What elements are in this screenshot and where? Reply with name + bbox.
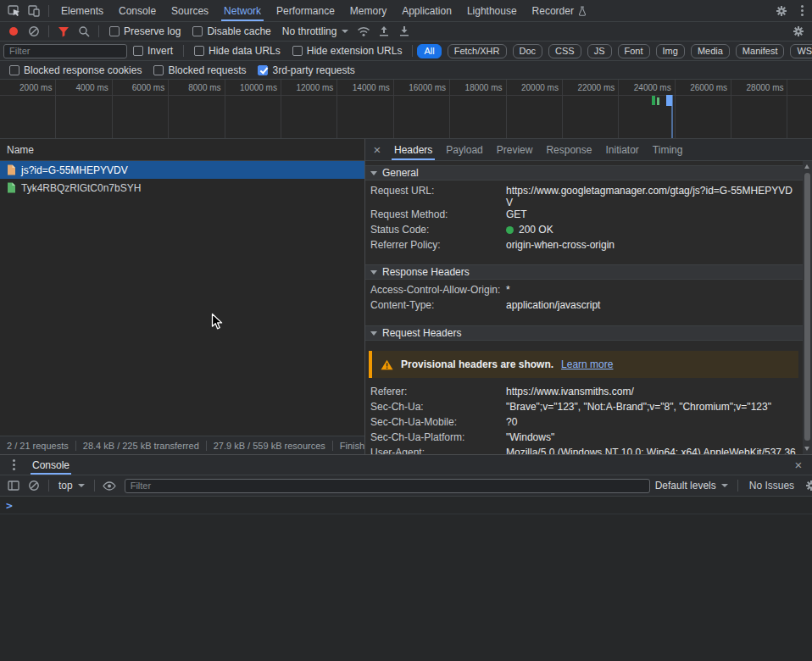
filter-chip-doc[interactable]: Doc [513,44,543,58]
more-options-icon[interactable] [792,2,812,20]
tab-preview[interactable]: Preview [490,139,540,160]
divider [48,5,49,17]
filter-chip-font[interactable]: Font [618,44,650,58]
console-sidebar-toggle[interactable] [3,476,24,495]
filter-toggle-button[interactable] [53,22,74,41]
disable-cache-checkbox[interactable]: Disable cache [192,25,270,37]
tab-initiator[interactable]: Initiator [598,139,645,160]
filter-chip-manifest[interactable]: Manifest [736,44,785,58]
blocked-requests-checkbox[interactable]: Blocked requests [153,64,246,76]
tab-application[interactable]: Application [394,0,459,21]
tab-timing[interactable]: Timing [646,139,690,160]
header-value: * [506,284,510,296]
mouse-cursor [211,313,223,330]
log-levels-select[interactable]: Default levels [650,480,733,492]
console-prompt[interactable]: > [0,497,812,514]
learn-more-link[interactable]: Learn more [561,358,613,370]
upload-icon [378,25,390,37]
filter-chip-fetch-xhr[interactable]: Fetch/XHR [448,44,507,58]
issues-counter[interactable]: No Issues [742,480,801,492]
tab-elements[interactable]: Elements [53,0,111,21]
invert-checkbox[interactable]: Invert [133,45,173,57]
filter-chip-ws[interactable]: WS [790,44,812,58]
drawer-menu-button[interactable] [3,456,24,475]
header-row: Request URL: https://www.googletagmanage… [365,185,812,208]
live-expression-button[interactable] [99,476,120,495]
import-har-button[interactable] [374,22,394,41]
tab-network[interactable]: Network [216,0,269,21]
filter-chip-js[interactable]: JS [587,44,612,58]
device-toolbar-icon[interactable] [24,2,44,20]
tab-performance[interactable]: Performance [269,0,342,21]
checkbox-icon [292,46,303,56]
clear-icon [28,25,40,37]
section-general[interactable]: General [365,165,812,181]
checkbox-icon [194,46,204,56]
request-details-panel: × Headers Payload Preview Response Initi… [364,139,812,454]
divider [737,480,738,492]
tab-console[interactable]: Console [111,0,164,21]
tab-recorder[interactable]: Recorder [525,0,594,21]
export-har-button[interactable] [394,22,414,41]
console-filter-input[interactable] [125,479,650,493]
tab-sources[interactable]: Sources [164,0,216,21]
tab-memory[interactable]: Memory [342,0,394,21]
network-toolbar: Preserve log Disable cache No throttling [0,22,812,42]
triangle-down-icon [370,270,377,275]
header-name: Sec-Ch-Ua-Platform: [370,431,506,443]
close-details-button[interactable]: × [367,142,387,157]
header-name: Referer: [370,386,506,397]
preserve-log-checkbox[interactable]: Preserve log [109,25,181,37]
throttling-select[interactable]: No throttling [277,25,354,37]
close-drawer-button[interactable]: × [788,458,809,472]
filter-chip-all[interactable]: All [417,44,441,58]
header-row: Sec-Ch-Ua: "Brave";v="123", "Not:A-Brand… [365,401,812,416]
header-value: "Windows" [506,431,554,443]
hide-data-urls-checkbox[interactable]: Hide data URLs [194,45,281,57]
console-settings-button[interactable] [801,476,812,495]
filter-chip-media[interactable]: Media [691,44,730,58]
scroll-down-arrow[interactable] [804,447,809,451]
drawer-tab-console[interactable]: Console [24,455,78,475]
header-name: Request URL: [370,185,506,197]
network-settings-button[interactable] [788,22,809,41]
general-rows: Request URL: https://www.googletagmanage… [365,181,812,258]
filter-chip-css[interactable]: CSS [548,44,581,58]
column-header-name[interactable]: Name [0,139,364,161]
tab-headers[interactable]: Headers [387,139,439,160]
divider [48,25,49,37]
tab-lighthouse[interactable]: Lighthouse [459,0,525,21]
details-scrollbar[interactable] [803,161,812,454]
search-button[interactable] [74,22,94,41]
warning-text: Provisional headers are shown. [401,358,553,370]
request-row[interactable]: Tyk4RBQzRlGtC0n7bSYH [0,179,364,197]
scroll-up-arrow[interactable] [804,164,809,169]
triangle-down-icon [370,331,377,336]
tab-response[interactable]: Response [539,139,598,160]
hide-extension-urls-checkbox[interactable]: Hide extension URLs [292,45,403,57]
blocked-response-cookies-checkbox[interactable]: Blocked response cookies [9,64,142,76]
search-icon [78,25,90,37]
scrollbar-thumb[interactable] [804,173,810,441]
settings-gear-icon[interactable] [771,2,792,20]
request-row[interactable]: js?id=G-55MHEPYVDV [0,161,364,179]
clear-console-button[interactable] [24,476,44,495]
triangle-down-icon [370,171,377,175]
third-party-requests-checkbox[interactable]: 3rd-party requests [258,64,354,76]
clear-network-log-button[interactable] [24,22,44,41]
requests-count: 2 / 21 requests [7,441,75,451]
header-name: Status Code: [370,224,506,236]
tab-payload[interactable]: Payload [439,139,489,160]
section-response-headers[interactable]: Response Headers [365,264,812,280]
network-filter-input[interactable] [3,44,127,58]
execution-context-select[interactable]: top [53,480,90,492]
network-overview-timeline[interactable]: 2000 ms 4000 ms 6000 ms 8000 ms 10000 ms… [0,80,812,139]
checkbox-icon [192,26,203,36]
filter-chip-img[interactable]: Img [656,44,685,58]
kebab-icon [801,9,804,12]
inspect-element-icon[interactable] [3,2,24,20]
record-network-log-button[interactable] [3,22,24,41]
header-row: Referrer Policy: origin-when-cross-origi… [365,239,812,254]
network-conditions-button[interactable] [353,22,374,41]
section-request-headers[interactable]: Request Headers [365,325,812,341]
